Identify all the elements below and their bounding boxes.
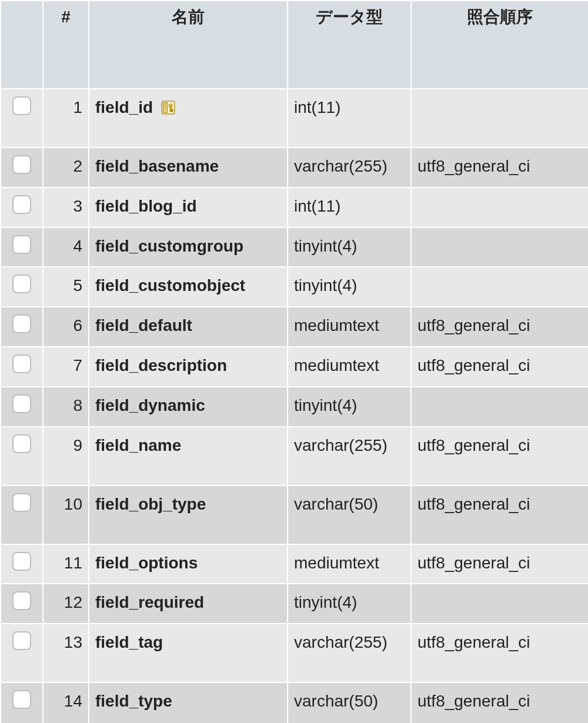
row-checkbox-cell (1, 387, 43, 427)
row-checkbox[interactable] (12, 235, 31, 254)
column-name-text: field_tag (95, 633, 163, 651)
row-number: 10 (43, 486, 89, 544)
row-collation: utf8_general_ci (411, 148, 588, 188)
columns-table: # 名前 データ型 照合順序 1field_id int(11)2field_b… (0, 0, 588, 723)
row-name[interactable]: field_description (89, 347, 288, 387)
column-name-text: field_id (95, 98, 153, 116)
column-name-text: field_obj_type (95, 495, 206, 513)
row-name[interactable]: field_dynamic (89, 387, 288, 427)
row-checkbox-cell (1, 227, 43, 267)
row-checkbox-cell (1, 486, 43, 544)
row-collation (411, 188, 588, 227)
row-checkbox[interactable] (12, 96, 31, 115)
row-datatype: varchar(50) (288, 682, 411, 723)
row-collation: utf8_general_ci (411, 347, 588, 387)
row-number: 6 (43, 307, 89, 347)
column-name-text: field_type (95, 692, 172, 710)
row-name[interactable]: field_required (89, 584, 288, 624)
header-checkbox (1, 1, 43, 89)
row-checkbox[interactable] (12, 493, 31, 512)
row-datatype: tinyint(4) (288, 387, 411, 427)
column-name-text: field_options (95, 554, 198, 572)
row-number: 14 (43, 682, 89, 723)
column-name-text: field_customgroup (95, 237, 243, 255)
row-checkbox[interactable] (12, 690, 31, 709)
row-number: 1 (43, 89, 89, 148)
header-name[interactable]: 名前 (89, 1, 288, 89)
row-checkbox-cell (1, 188, 43, 227)
row-checkbox[interactable] (12, 354, 31, 373)
row-datatype: varchar(255) (288, 148, 411, 188)
table-row: 10field_obj_typevarchar(50)utf8_general_… (1, 486, 588, 544)
row-checkbox-cell (1, 307, 43, 347)
primary-key-icon (161, 101, 175, 115)
header-number[interactable]: # (43, 1, 89, 89)
column-name-text: field_required (95, 593, 204, 611)
row-datatype: mediumtext (288, 544, 411, 584)
row-collation: utf8_general_ci (411, 486, 588, 544)
column-name-text: field_blog_id (95, 197, 197, 215)
row-datatype: mediumtext (288, 347, 411, 387)
row-checkbox[interactable] (12, 434, 31, 453)
row-name[interactable]: field_type (89, 682, 288, 723)
row-datatype: tinyint(4) (288, 267, 411, 307)
table-row: 14field_typevarchar(50)utf8_general_ci (1, 682, 588, 723)
row-name[interactable]: field_customobject (89, 267, 288, 307)
row-datatype: int(11) (288, 188, 411, 227)
row-datatype: tinyint(4) (288, 227, 411, 267)
row-name[interactable]: field_default (89, 307, 288, 347)
row-name[interactable]: field_blog_id (89, 188, 288, 227)
table-row: 3field_blog_idint(11) (1, 188, 588, 227)
row-name[interactable]: field_obj_type (89, 486, 288, 544)
row-collation: utf8_general_ci (411, 307, 588, 347)
row-checkbox[interactable] (12, 275, 31, 293)
row-checkbox-cell (1, 89, 43, 148)
row-datatype: mediumtext (288, 307, 411, 347)
row-name[interactable]: field_customgroup (89, 227, 288, 267)
row-number: 5 (43, 267, 89, 307)
row-name[interactable]: field_options (89, 544, 288, 584)
row-number: 3 (43, 188, 89, 227)
row-datatype: int(11) (288, 89, 411, 148)
table-row: 9field_namevarchar(255)utf8_general_ci (1, 427, 588, 486)
row-datatype: varchar(255) (288, 427, 411, 486)
column-name-text: field_default (95, 316, 192, 334)
row-checkbox-cell (1, 682, 43, 723)
header-collation[interactable]: 照合順序 (411, 1, 588, 89)
row-checkbox[interactable] (12, 195, 31, 214)
table-row: 12field_requiredtinyint(4) (1, 584, 588, 624)
row-name[interactable]: field_basename (89, 148, 288, 188)
row-collation: utf8_general_ci (411, 624, 588, 682)
row-checkbox[interactable] (12, 155, 31, 174)
row-number: 13 (43, 624, 89, 682)
row-collation: utf8_general_ci (411, 544, 588, 584)
row-collation: utf8_general_ci (411, 427, 588, 486)
row-datatype: varchar(255) (288, 624, 411, 682)
row-name[interactable]: field_id (89, 89, 288, 148)
row-checkbox[interactable] (12, 314, 31, 333)
table-row: 11field_optionsmediumtextutf8_general_ci (1, 544, 588, 584)
row-checkbox[interactable] (12, 631, 31, 650)
row-checkbox[interactable] (12, 591, 31, 610)
row-checkbox-cell (1, 267, 43, 307)
row-checkbox[interactable] (12, 394, 31, 413)
row-collation (411, 584, 588, 624)
row-collation (411, 227, 588, 267)
table-row: 1field_id int(11) (1, 89, 588, 148)
table-row: 8field_dynamictinyint(4) (1, 387, 588, 427)
row-number: 11 (43, 544, 89, 584)
table-row: 13field_tagvarchar(255)utf8_general_ci (1, 624, 588, 682)
header-datatype[interactable]: データ型 (288, 1, 411, 89)
column-name-text: field_description (95, 356, 227, 374)
row-number: 8 (43, 387, 89, 427)
table-row: 5field_customobjecttinyint(4) (1, 267, 588, 307)
row-name[interactable]: field_tag (89, 624, 288, 682)
row-number: 7 (43, 347, 89, 387)
row-number: 4 (43, 227, 89, 267)
row-checkbox[interactable] (12, 552, 31, 571)
row-name[interactable]: field_name (89, 427, 288, 486)
row-collation (411, 89, 588, 148)
column-name-text: field_name (95, 436, 181, 454)
row-number: 9 (43, 427, 89, 486)
row-checkbox-cell (1, 148, 43, 188)
